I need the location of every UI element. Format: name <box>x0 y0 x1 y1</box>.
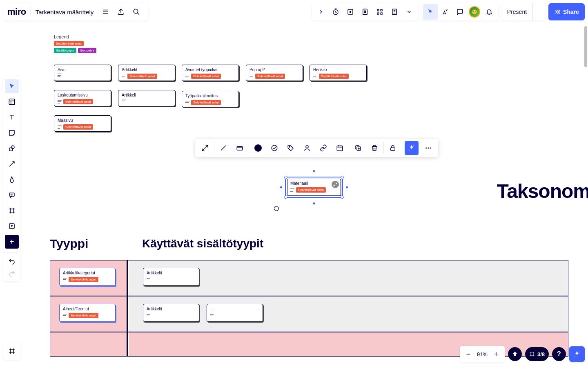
cursor-toggle[interactable] <box>423 4 438 20</box>
svg-rect-0 <box>237 146 243 150</box>
present-button[interactable]: Present <box>501 3 533 20</box>
share-button[interactable]: Share <box>548 3 585 20</box>
upload-tool[interactable] <box>5 219 19 233</box>
more-button[interactable] <box>420 140 437 156</box>
ai-assist-button[interactable] <box>569 346 585 362</box>
notes-button[interactable] <box>387 4 402 20</box>
selection-box[interactable]: Materiaali Selvitettävät asiat <box>285 177 343 198</box>
text-tool[interactable] <box>5 110 19 124</box>
pen-tool[interactable] <box>5 173 19 186</box>
resize-handle[interactable] <box>346 186 348 188</box>
resize-handle[interactable] <box>280 186 282 188</box>
lock-button[interactable] <box>385 140 401 156</box>
topbar-left: miro Tarkentava määrittely <box>3 3 148 20</box>
frames-panel-button[interactable] <box>3 343 20 360</box>
scrollbar-vertical[interactable] <box>584 26 587 67</box>
resize-handle[interactable] <box>284 176 287 179</box>
card-artikkelikategoriat[interactable]: Artikkelikategoriat Selvitettävät asiat <box>59 268 116 286</box>
templates-tool[interactable] <box>5 95 19 109</box>
comments-button[interactable] <box>452 4 467 20</box>
share-label: Share <box>563 9 579 15</box>
card-avoimet-tyopaikat[interactable]: Avoimet työpaikat Selvitettävät asiat <box>182 65 239 81</box>
card-artikkeli[interactable]: Artikkeli <box>118 90 175 106</box>
card-aiheet-teemat[interactable]: Aiheet/Teemat Selvitettävät asiat <box>59 304 116 322</box>
board-title[interactable]: Tarkentava määrittely <box>36 9 98 16</box>
card-title: Aiheet/Teemat <box>63 307 112 311</box>
recorder-button[interactable] <box>343 4 358 20</box>
tag-button[interactable] <box>283 140 299 156</box>
card-laskeutumissivu[interactable]: Laskeutumissivu Selvitettävät asiat <box>54 90 111 106</box>
expand-icon[interactable] <box>332 181 339 188</box>
duplicate-button[interactable] <box>350 140 366 156</box>
frame-nav[interactable]: 3/8 <box>525 347 549 361</box>
expand-button[interactable] <box>197 140 213 156</box>
connection-tool[interactable] <box>5 157 19 171</box>
zoom-out-button[interactable]: − <box>462 346 474 362</box>
style-button[interactable] <box>215 140 232 156</box>
add-more-tool[interactable] <box>5 235 19 249</box>
collapse-icon[interactable] <box>314 4 328 20</box>
svg-point-15 <box>350 11 351 13</box>
rotate-handle[interactable] <box>274 206 279 211</box>
card-tag: Selvitettävät asiat <box>63 99 93 104</box>
svg-point-27 <box>575 356 575 357</box>
resize-handle[interactable] <box>341 176 344 179</box>
main-menu-button[interactable] <box>98 4 113 20</box>
table-cell-type: Aiheet/Teemat Selvitettävät asiat <box>50 296 128 332</box>
text-icon <box>58 74 62 77</box>
miro-logo[interactable]: miro <box>7 7 31 17</box>
undo-redo-group <box>3 254 20 281</box>
date-button[interactable] <box>332 140 348 156</box>
attention-button[interactable] <box>372 4 387 20</box>
more-apps-button[interactable] <box>402 4 416 20</box>
resize-handle[interactable] <box>313 170 315 172</box>
sticky-tool[interactable] <box>5 126 19 140</box>
search-button[interactable] <box>129 4 144 20</box>
present-dropdown[interactable] <box>533 3 545 20</box>
apps-group: 3 <box>312 3 418 20</box>
bottom-controls: − 91% + 3/8 ? <box>460 346 585 362</box>
table-row[interactable]: Aiheet/Teemat Selvitettävät asiat Artikk… <box>50 296 568 332</box>
card-maasivu[interactable]: Maasivu Selvitettävät asiat <box>54 115 111 132</box>
resize-handle[interactable] <box>284 195 287 199</box>
shape-tool[interactable] <box>5 141 19 155</box>
color-button[interactable] <box>250 140 266 156</box>
link-button[interactable] <box>315 140 332 156</box>
frame-count: 3/8 <box>537 351 545 357</box>
export-button[interactable] <box>113 4 129 20</box>
card-artikkelit[interactable]: Artikkelit <box>143 304 199 322</box>
resize-handle[interactable] <box>341 195 344 199</box>
card-sivu[interactable]: Sivu <box>54 65 111 81</box>
frame-tool[interactable] <box>5 204 19 218</box>
resize-handle[interactable] <box>313 202 315 204</box>
card-ellipsis[interactable]: ... <box>207 304 263 322</box>
card-title: Artikkelit <box>147 307 196 311</box>
avatar[interactable]: 🙂 <box>467 4 482 20</box>
voting-button[interactable]: 3 <box>358 4 372 20</box>
delete-button[interactable] <box>366 140 383 156</box>
zoom-percent[interactable]: 91% <box>474 351 490 357</box>
card-henkilo[interactable]: Henkilö Selvitettävät asiat <box>310 65 367 81</box>
card-materiaali[interactable]: Materiaali Selvitettävät asiat <box>287 179 341 196</box>
timer-button[interactable] <box>328 4 343 20</box>
card-tyopaikkailmoitus[interactable]: Työpaikkailmoitus Selvitettävät asiat <box>182 91 239 107</box>
canvas[interactable]: Legend Selvitettävät asiat Sisältötyyppi… <box>0 0 588 368</box>
help-button[interactable]: ? <box>552 347 566 361</box>
card-artikkelit[interactable]: Artikkelit Selvitettävät asiat <box>118 65 175 81</box>
notifications-button[interactable] <box>482 4 497 20</box>
card-type-button[interactable] <box>232 140 248 156</box>
status-button[interactable] <box>266 140 283 156</box>
undo-button[interactable] <box>5 255 19 267</box>
card-popup[interactable]: Pop up? Selvitettävät asiat <box>246 65 303 81</box>
assignee-button[interactable] <box>299 140 315 156</box>
map-button[interactable] <box>508 347 522 361</box>
table-row[interactable]: Artikkelikategoriat Selvitettävät asiat … <box>50 260 568 296</box>
reactions-button[interactable] <box>438 4 452 20</box>
comment-tool[interactable] <box>5 188 19 202</box>
card-artikkelit[interactable]: Artikkelit <box>143 268 199 286</box>
redo-button[interactable] <box>5 267 19 280</box>
select-tool[interactable] <box>5 79 19 93</box>
zoom-in-button[interactable]: + <box>490 346 502 362</box>
ai-button[interactable] <box>405 141 419 155</box>
heading-taksonomia: Taksonom <box>497 180 588 202</box>
